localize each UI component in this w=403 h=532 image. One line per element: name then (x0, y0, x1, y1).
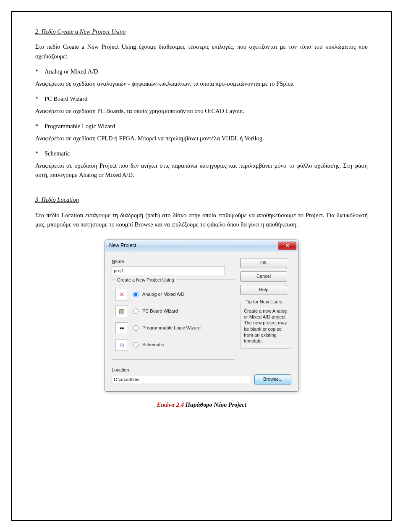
radio-analog[interactable] (133, 292, 139, 297)
option-analog-label: Analog or Mixed A/D (44, 68, 98, 75)
section3-heading: 3. Πεδίο Location (35, 195, 368, 204)
create-using-legend: Create a New Project Using (115, 277, 176, 284)
option-plw-label: Programmable Logic Wizard (44, 123, 115, 129)
radio-row-pcboard[interactable]: ▤ PC Board Wizard (115, 306, 231, 317)
close-button[interactable]: ✕ (278, 242, 296, 250)
option-schematic-desc: Αναφέρεται σε σχεδίαση Project που δεν α… (35, 161, 368, 180)
option-pcboard: *PC Board Wizard (35, 94, 368, 103)
figure-new-project-dialog: New Project ✕ Name Create a New Project … (35, 240, 368, 392)
tip-box: Tip for New Users Create a new Analog or… (240, 302, 291, 349)
radio-analog-label: Analog or Mixed A/D (142, 291, 184, 298)
tip-legend: Tip for New Users (244, 299, 284, 305)
cancel-button[interactable]: Cancel (240, 271, 287, 282)
name-input[interactable] (112, 266, 225, 275)
radio-schematic[interactable] (133, 342, 139, 348)
radio-plw[interactable] (133, 325, 139, 331)
analog-icon: ✕ (115, 289, 128, 300)
pcboard-icon: ▤ (115, 306, 128, 317)
create-using-group: Create a New Project Using ✕ Analog or M… (112, 279, 235, 360)
close-icon: ✕ (285, 242, 289, 249)
plw-icon: ▪▪ (115, 322, 128, 334)
option-pcboard-desc: Αναφέρεται σε σχεδίαση PC Boards, τα οπο… (35, 106, 368, 116)
option-plw-desc: Αναφέρεται σε σχεδίαση CPLD ή FPGA. Μπορ… (35, 134, 368, 143)
radio-row-schematic[interactable]: 🗎 Schematic (115, 339, 231, 351)
radio-pcboard-label: PC Board Wizard (142, 308, 178, 315)
radio-pcboard[interactable] (133, 308, 139, 314)
radio-row-plw[interactable]: ▪▪ Programmable Logic Wizard (115, 322, 231, 334)
option-schematic: *Schematic (35, 149, 368, 158)
option-analog: *Analog or Mixed A/D (35, 67, 368, 76)
ok-button[interactable]: OK (240, 258, 287, 268)
figure-title: Παράθυρο Νέου Project (184, 401, 246, 408)
figure-caption: Εικόνα 2.4 Παράθυρο Νέου Project (35, 400, 368, 409)
location-label: Location (112, 366, 291, 374)
section2-intro: Στο πεδίο Create a New Project Using έχο… (35, 42, 368, 61)
help-button[interactable]: Help (240, 285, 287, 295)
schematic-icon: 🗎 (115, 339, 128, 351)
option-analog-desc: Αναφέρεται σε σχεδίαση αναλογικών - ψηφι… (35, 79, 368, 88)
option-pcboard-label: PC Board Wizard (44, 95, 87, 102)
browse-button[interactable]: Browse... (254, 374, 291, 385)
section2-heading: 2. Πεδίο Create a New Project Using (35, 27, 368, 36)
option-schematic-label: Schematic (44, 150, 70, 157)
dialog-title: New Project (109, 242, 136, 250)
option-plw: *Programmable Logic Wizard (35, 121, 368, 131)
name-label: Name (112, 258, 235, 265)
radio-plw-label: Programmable Logic Wizard (142, 324, 201, 332)
tip-text: Create a new Analog or Mixed A/D project… (244, 308, 288, 344)
radio-schematic-label: Schematic (142, 341, 164, 348)
radio-row-analog[interactable]: ✕ Analog or Mixed A/D (115, 289, 231, 300)
location-input[interactable] (112, 375, 250, 384)
figure-number: Εικόνα 2.4 (157, 401, 184, 408)
new-project-dialog: New Project ✕ Name Create a New Project … (105, 240, 298, 392)
section3-para: Στο πεδίο Location εισάγουμε τη διαδρομή… (35, 211, 368, 229)
dialog-titlebar: New Project ✕ (105, 240, 298, 252)
